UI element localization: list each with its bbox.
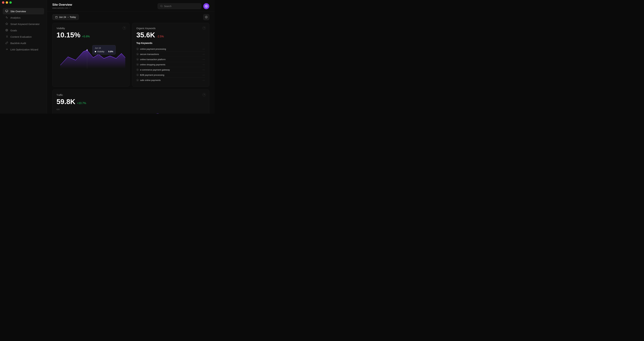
cards-area: Visibility 10.15% +5.6% ? Jun 18 Visibil	[47, 23, 215, 114]
list-icon	[5, 35, 8, 38]
traffic-value: 59.8K +10.7%	[56, 98, 205, 106]
date-range-button[interactable]: Jun 24 → Today	[52, 14, 79, 20]
keyword-dot	[136, 53, 139, 55]
sidebar: Site Overview Analytics Smart Keyword Ge…	[0, 0, 47, 114]
organic-keywords-card: Organic Keywords 35.6K -2.5% ? Top Keywo…	[132, 23, 209, 87]
search-input[interactable]	[164, 5, 199, 7]
traffic-chart-y-label: 60K	[56, 108, 60, 110]
svg-point-6	[6, 30, 7, 30]
keyword-row: online transaction platform ···	[136, 57, 205, 62]
minimize-button[interactable]	[6, 1, 8, 4]
toolbar: Jun 24 → Today	[47, 11, 215, 23]
sidebar-item-smart-keyword-generator[interactable]: Smart Keyword Generator	[3, 21, 44, 27]
sidebar-item-label: Link Optimization Wizard	[10, 48, 38, 51]
tooltip-dot	[95, 51, 96, 52]
traffic-label: Traffic	[56, 94, 205, 96]
sidebar-item-label: Content Evaluation	[10, 35, 32, 38]
keyword-row: e-commerce payment gateway ···	[136, 67, 205, 72]
keyword-row: B2B payment processing ···	[136, 72, 205, 78]
keyword-more-button[interactable]: ···	[202, 63, 205, 66]
keyword-text: online shopping payments	[140, 63, 165, 66]
svg-point-14	[160, 5, 162, 7]
chart-icon	[5, 16, 8, 19]
keyword-more-button[interactable]: ···	[202, 47, 205, 50]
search-icon	[160, 5, 163, 7]
sidebar-item-backlink-audit[interactable]: Backlink Audit	[3, 40, 44, 46]
keyword-more-button[interactable]: ···	[202, 79, 205, 81]
svg-point-20	[206, 17, 206, 17]
wand-icon	[5, 48, 8, 51]
traffic-help-button[interactable]: ?	[202, 93, 206, 96]
link-icon	[5, 41, 8, 44]
sidebar-item-label: Smart Keyword Generator	[10, 23, 40, 25]
settings-icon	[205, 16, 208, 18]
chart-tooltip: Jun 18 Visibility 9.8%	[92, 45, 116, 55]
keyword-row: secure transactions ···	[136, 52, 205, 57]
tooltip-date: Jun 18	[95, 47, 113, 49]
target-icon	[5, 29, 8, 32]
keyword-row: online shopping payments ···	[136, 62, 205, 67]
keyword-more-button[interactable]: ···	[202, 73, 205, 76]
sidebar-item-site-overview[interactable]: Site Overview	[3, 8, 44, 14]
keyword-list: online payment processing ··· secure tra…	[136, 46, 205, 83]
tooltip-metric: Visibility	[97, 50, 104, 53]
header: Site Overview www.website.com ↗	[47, 0, 215, 11]
traffic-change: +10.7%	[77, 102, 86, 105]
traffic-chart-svg	[62, 111, 158, 114]
organic-keywords-label: Organic Keywords	[136, 27, 205, 30]
keyword-more-button[interactable]: ···	[202, 68, 205, 71]
traffic-chart: 60K	[56, 108, 205, 114]
page-title: Site Overview	[52, 3, 72, 6]
sparkles-icon	[5, 22, 8, 25]
search-box[interactable]	[158, 3, 201, 9]
sidebar-item-label: Goals	[10, 29, 17, 32]
tooltip-value: 9.8%	[108, 50, 113, 53]
svg-marker-3	[6, 23, 8, 25]
keyword-more-button[interactable]: ···	[202, 53, 205, 55]
avatar-button[interactable]	[203, 3, 209, 9]
keyword-row: online payment processing ···	[136, 46, 205, 52]
date-range-label: Jun 24 → Today	[59, 16, 76, 18]
sidebar-item-label: Site Overview	[10, 10, 26, 13]
visibility-chart: Jun 18 Visibility 9.8%	[56, 42, 125, 68]
top-row: Visibility 10.15% +5.6% ? Jun 18 Visibil	[52, 23, 209, 87]
keyword-more-button[interactable]: ···	[202, 58, 205, 61]
sidebar-item-goals[interactable]: Goals	[3, 27, 44, 33]
site-url: www.website.com ↗	[52, 7, 72, 9]
visibility-value: 10.15% +5.6%	[56, 31, 125, 39]
sidebar-item-link-optimization-wizard[interactable]: Link Optimization Wizard	[3, 46, 44, 53]
keyword-text: online payment processing	[140, 48, 166, 50]
calendar-icon	[55, 16, 58, 18]
keyword-text: e-commerce payment gateway	[140, 68, 170, 71]
organic-keywords-change: -2.5%	[157, 35, 164, 38]
traffic-card: Traffic 59.8K +10.7% ? 60K	[52, 89, 209, 114]
close-button[interactable]	[2, 1, 4, 4]
settings-button[interactable]	[203, 14, 209, 20]
sidebar-item-content-evaluation[interactable]: Content Evaluation	[3, 33, 44, 40]
keywords-section: Top Keywords online payment processing ·…	[136, 42, 205, 83]
sidebar-item-analytics[interactable]: Analytics	[3, 14, 44, 21]
organic-keywords-value: 35.6K -2.5%	[136, 31, 205, 39]
main-content: Site Overview www.website.com ↗	[47, 0, 215, 114]
monitor-icon	[5, 10, 8, 13]
svg-point-15	[206, 6, 207, 6]
keyword-dot	[136, 74, 139, 76]
keyword-text: safe online payments	[140, 79, 161, 81]
organic-keywords-help-button[interactable]: ?	[202, 26, 206, 30]
sidebar-item-label: Analytics	[10, 16, 20, 19]
svg-point-23	[87, 49, 88, 51]
svg-point-4	[6, 29, 8, 31]
sidebar-item-label: Backlink Audit	[10, 42, 26, 44]
keyword-dot	[136, 79, 139, 81]
svg-rect-0	[6, 10, 8, 11]
visibility-help-button[interactable]: ?	[122, 26, 126, 30]
maximize-button[interactable]	[10, 1, 12, 4]
keyword-dot	[136, 63, 139, 66]
keyword-text: online transaction platform	[140, 58, 166, 61]
svg-point-5	[6, 29, 8, 31]
keyword-text: secure transactions	[140, 53, 159, 55]
keyword-dot	[136, 48, 139, 50]
keyword-row: safe online payments ···	[136, 78, 205, 83]
keyword-dot	[136, 68, 139, 71]
svg-rect-16	[56, 16, 57, 18]
